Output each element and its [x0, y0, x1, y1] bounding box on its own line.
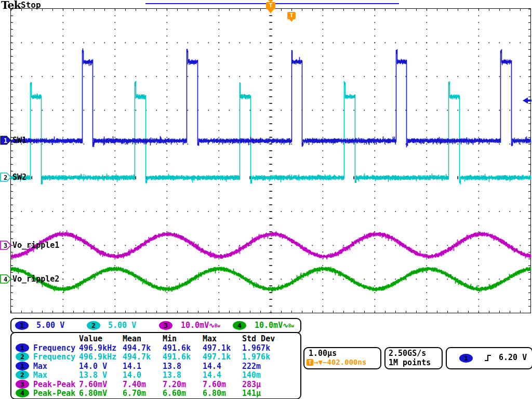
- channel4-waveform-label: Vo_ripple2: [12, 274, 59, 284]
- measurement-name: Frequency: [33, 343, 75, 353]
- col-header-std: Std Dev: [242, 334, 275, 343]
- measurement-min: 491.6k: [163, 343, 191, 353]
- trigger-t-icon: T: [307, 359, 313, 366]
- record-trigger-marker: T: [287, 12, 296, 19]
- oscilloscope-screen: Tek Stop T T 1 2 3 4 SW1 SW2 Vo_ripple1 …: [0, 0, 532, 399]
- trigger-source-badge: 1: [459, 354, 473, 363]
- measurement-name: Peak-Peak: [33, 389, 75, 398]
- acquisition-readout[interactable]: 2.50GS/s 1M points: [384, 347, 443, 369]
- measurement-min: 13.8: [163, 370, 181, 380]
- acquisition-status: Stop: [21, 0, 41, 10]
- expansion-point-arrow-icon: [268, 9, 274, 14]
- col-header-mean: Mean: [123, 334, 141, 343]
- timebase-readout[interactable]: 1.00µs T→▼−402.000ns: [303, 347, 381, 369]
- channel3-position-marker[interactable]: 3: [0, 241, 11, 250]
- rising-edge-icon: [484, 354, 491, 362]
- measurement-mean: 494.7k: [123, 343, 151, 353]
- measurement-std: 140m: [242, 370, 261, 380]
- measurement-mean: 494.7k: [123, 352, 151, 362]
- horizontal-delay: T→▼−402.000ns: [307, 358, 366, 366]
- col-header-value: Value: [79, 334, 102, 343]
- channel4-position-marker[interactable]: 4: [0, 274, 11, 284]
- measurement-max: 497.1k: [203, 352, 231, 362]
- measurement-value: 7.60mV: [79, 380, 107, 389]
- measurement-value: 6.80mV: [79, 389, 107, 398]
- measurement-std: 1.976k: [242, 352, 270, 362]
- measurement-value: 496.9kHz: [79, 343, 116, 353]
- bandwidth-limit-icon: Bw: [215, 323, 220, 328]
- measurement-max: 6.80m: [203, 389, 226, 398]
- channel3-badge[interactable]: 3: [159, 321, 172, 330]
- channel-badge: 2: [16, 370, 29, 379]
- channel3-scale[interactable]: 10.0mV∿Bw: [181, 321, 220, 330]
- measurement-min: 6.60m: [163, 389, 186, 398]
- channel4-badge[interactable]: 4: [233, 321, 246, 330]
- trigger-readout[interactable]: 1 6.20 V: [446, 347, 532, 369]
- channel-badge: 2: [16, 352, 29, 361]
- ac-coupling-icon: ∿: [283, 322, 288, 329]
- measurement-mean: 14.0: [123, 370, 141, 380]
- measurement-std: 1.967k: [242, 343, 270, 353]
- col-header-min: Min: [163, 334, 177, 343]
- tek-logo: Tek: [1, 0, 21, 11]
- channel1-badge[interactable]: 1: [15, 321, 29, 330]
- channel1-waveform-label: SW1: [12, 136, 26, 145]
- trigger-level-arrow-icon[interactable]: [523, 97, 531, 104]
- trigger-position-flag[interactable]: T: [266, 2, 275, 9]
- record-length: 1M points: [389, 358, 431, 367]
- measurement-min: 13.8: [163, 362, 181, 371]
- trigger-level: 6.20 V: [499, 353, 527, 362]
- measurement-name: Peak-Peak: [33, 380, 75, 389]
- channel2-waveform-label: SW2: [12, 172, 26, 182]
- timebase-scale: 1.00µs: [309, 349, 337, 358]
- channel1-position-marker[interactable]: 1: [0, 136, 11, 145]
- col-header-max: Max: [203, 334, 217, 343]
- channel2-badge[interactable]: 2: [87, 321, 100, 330]
- measurement-std: 141µ: [242, 389, 261, 398]
- channel3-waveform-label: Vo_ripple1: [12, 241, 59, 250]
- svg-text:1: 1: [4, 137, 7, 144]
- svg-text:4: 4: [4, 276, 7, 283]
- record-trigger-pointer: [289, 19, 294, 22]
- channel-badge: 4: [16, 389, 29, 397]
- channel2-scale[interactable]: 5.00 V: [108, 321, 136, 330]
- svg-text:2: 2: [4, 174, 7, 181]
- measurement-min: 7.20m: [163, 380, 186, 389]
- sample-rate: 2.50GS/s: [389, 349, 426, 358]
- measurement-mean: 14.1: [123, 362, 141, 371]
- channel-badge: 3: [16, 380, 29, 389]
- channel-scale-readout-bar: 1 5.00 V 2 5.00 V 3 10.0mV∿Bw 4 10.0mV∿B…: [10, 318, 301, 334]
- measurement-mean: 6.70m: [123, 389, 146, 398]
- measurement-max: 14.4: [203, 362, 221, 371]
- measurement-min: 491.6k: [163, 352, 191, 362]
- measurement-mean: 7.40m: [123, 380, 146, 389]
- channel2-position-marker[interactable]: 2: [0, 172, 11, 182]
- measurement-value: 13.8 V: [79, 370, 107, 380]
- measurement-max: 497.1k: [203, 343, 231, 353]
- channel-badge: 1: [16, 343, 29, 352]
- measurement-name: Max: [33, 362, 47, 371]
- measurement-name: Max: [33, 370, 47, 380]
- svg-text:3: 3: [4, 242, 7, 249]
- measurement-max: 14.4: [203, 370, 221, 380]
- measurement-name: Frequency: [33, 352, 75, 362]
- measurement-value: 496.9kHz: [79, 352, 116, 362]
- channel4-scale[interactable]: 10.0mV∿Bw: [255, 321, 294, 330]
- measurement-max: 7.60m: [203, 380, 226, 389]
- measurement-std: 222m: [242, 362, 261, 371]
- channel-badge: 1: [16, 362, 29, 370]
- measurement-table: Value Mean Min Max Std Dev 1Frequency496…: [10, 332, 301, 399]
- bandwidth-limit-icon: Bw: [288, 323, 294, 328]
- ac-coupling-icon: ∿: [209, 322, 215, 329]
- channel1-scale[interactable]: 5.00 V: [36, 321, 64, 330]
- measurement-std: 283µ: [242, 380, 261, 389]
- measurement-value: 14.0 V: [79, 362, 107, 371]
